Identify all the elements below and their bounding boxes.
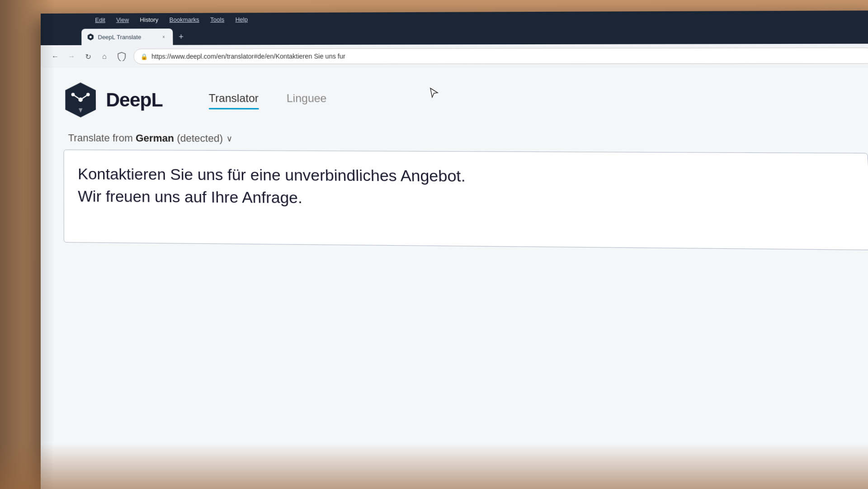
source-language-label: German <box>136 132 174 144</box>
source-text: Kontaktieren Sie uns für eine unverbindl… <box>78 163 856 213</box>
menu-tools[interactable]: Tools <box>210 16 224 23</box>
url-text: https://www.deepl.com/en/translator#de/e… <box>151 52 867 60</box>
back-button[interactable]: ← <box>48 49 62 64</box>
tab-close-button[interactable]: × <box>160 33 167 40</box>
deepl-nav: Translator Linguee <box>209 92 327 109</box>
home-icon: ⌂ <box>102 52 107 61</box>
detected-label: (detected) <box>177 133 223 145</box>
tab-title: DeepL Translate <box>98 33 156 40</box>
forward-icon: → <box>68 52 75 61</box>
shield-icon[interactable] <box>115 50 128 63</box>
screen-wrapper: Edit View History Bookmarks Tools Help D… <box>0 0 868 489</box>
browser-window: Edit View History Bookmarks Tools Help D… <box>41 10 868 489</box>
source-text-line2: Wir freuen uns auf Ihre Anfrage. <box>78 187 302 206</box>
menu-help[interactable]: Help <box>236 16 248 23</box>
deepl-logo-wrap: DeepL <box>63 81 200 119</box>
back-icon: ← <box>52 52 59 61</box>
tab-favicon-icon <box>87 33 94 41</box>
menu-view[interactable]: View <box>116 16 129 23</box>
chevron-down-icon: ∨ <box>226 133 233 144</box>
forward-button[interactable]: → <box>64 49 79 64</box>
nav-linguee[interactable]: Linguee <box>287 92 327 109</box>
tab-bar: DeepL Translate × + <box>41 24 868 45</box>
deepl-page: DeepL Translator Linguee Translate from … <box>41 67 868 265</box>
nav-bar: ← → ↻ ⌂ 🔒 https://www.deepl.com/en/trans… <box>41 44 868 68</box>
deepl-header: DeepL Translator Linguee <box>63 81 865 120</box>
translate-from-label: Translate from German (detected) ∨ <box>63 132 867 147</box>
deepl-logo-icon <box>63 81 98 118</box>
reload-button[interactable]: ↻ <box>80 49 95 64</box>
nav-translator[interactable]: Translator <box>209 92 259 109</box>
home-button[interactable]: ⌂ <box>97 49 112 64</box>
url-bar[interactable]: 🔒 https://www.deepl.com/en/translator#de… <box>133 47 868 64</box>
translate-from-prefix: Translate from <box>68 132 136 144</box>
source-text-line1: Kontaktieren Sie uns für eine unverbindl… <box>78 165 466 185</box>
menu-history[interactable]: History <box>140 16 158 23</box>
menu-edit[interactable]: Edit <box>95 16 105 23</box>
content-area: DeepL Translator Linguee Translate from … <box>41 67 868 489</box>
menu-bookmarks[interactable]: Bookmarks <box>170 16 199 23</box>
svg-point-1 <box>90 36 92 38</box>
browser-tab-deepl[interactable]: DeepL Translate × <box>81 28 173 45</box>
reload-icon: ↻ <box>85 52 91 61</box>
language-selector[interactable]: (detected) ∨ <box>177 133 233 145</box>
lock-icon: 🔒 <box>141 53 148 60</box>
new-tab-button[interactable]: + <box>175 30 188 43</box>
deepl-brand-name: DeepL <box>106 89 163 111</box>
translate-section: Translate from German (detected) ∨ Konta… <box>63 132 868 250</box>
source-text-box[interactable]: Kontaktieren Sie uns für eine unverbindl… <box>64 150 868 251</box>
